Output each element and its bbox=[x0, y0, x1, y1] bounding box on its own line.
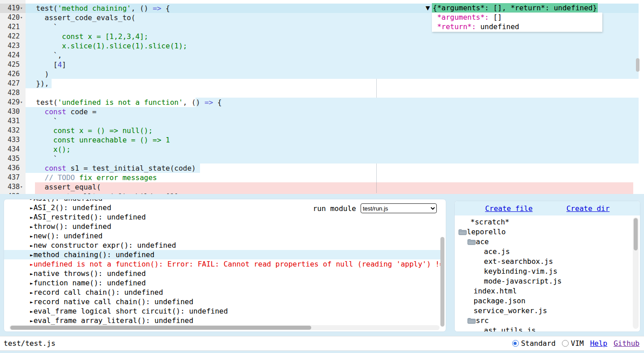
code-line[interactable]: `, bbox=[0, 51, 644, 60]
file-name: ext-searchbox.js bbox=[484, 257, 553, 266]
test-result-row[interactable]: ►method chaining(): undefined bbox=[4, 250, 440, 259]
code-line[interactable]: const x = () => null(); bbox=[0, 126, 644, 135]
test-result-row[interactable]: ►function name(): undefined bbox=[4, 278, 440, 288]
github-link[interactable]: Github bbox=[614, 339, 640, 348]
code-editor[interactable]: test('method chaining', () => { assert_c… bbox=[0, 0, 644, 194]
expand-arrow-icon[interactable]: ► bbox=[30, 215, 33, 220]
file-tree-folder[interactable]: src bbox=[455, 316, 632, 326]
eval-tooltip[interactable]: ▼ {*arguments*: [], *return*: undefined}… bbox=[426, 3, 443, 50]
test-result-row[interactable]: ►eval_frame array_literal(): undefined bbox=[4, 316, 440, 325]
test-result-row[interactable]: ►record call chain(): undefined bbox=[4, 288, 440, 297]
file-tree-file[interactable]: ext-searchbox.js bbox=[455, 257, 632, 267]
test-result-row[interactable]: ►ASI_restrited(): undefined bbox=[4, 212, 440, 222]
file-tree-file[interactable]: package.json bbox=[455, 296, 632, 306]
current-file-path: test/test.js bbox=[4, 336, 56, 350]
code-line[interactable]: ` bbox=[0, 116, 644, 126]
code-line[interactable]: test('undefined is not a function', () =… bbox=[0, 98, 644, 107]
tooltip-header[interactable]: {*arguments*: [], *return*: undefined} bbox=[432, 3, 598, 13]
code-line[interactable]: [4] bbox=[0, 60, 644, 69]
file-tree-file[interactable]: *scratch* bbox=[455, 217, 632, 227]
code-line[interactable]: const s1 = test_initial_state(code) bbox=[0, 164, 644, 173]
expand-arrow-icon[interactable]: ► bbox=[30, 309, 33, 314]
value-pane-divider bbox=[376, 79, 377, 98]
code-line[interactable]: // TODO fix error messages bbox=[0, 173, 644, 182]
test-result-row[interactable]: ►ASI(): undefined bbox=[4, 199, 440, 203]
radio-label: Standard bbox=[521, 339, 556, 348]
output-horizontal-scrollbar-thumb[interactable] bbox=[10, 326, 311, 330]
code-text: root_calltree(s1).children[1] bbox=[27, 192, 178, 194]
code-line[interactable]: ) bbox=[0, 69, 644, 79]
code-line[interactable]: x.slice(1).slice(1).slice(1); bbox=[0, 41, 644, 51]
gutter-line-number: 420▾ bbox=[0, 13, 26, 22]
output-vertical-scrollbar-thumb[interactable] bbox=[440, 237, 444, 327]
expand-arrow-icon[interactable]: ► bbox=[30, 318, 33, 324]
file-tree-scrollbar[interactable] bbox=[633, 217, 639, 329]
file-tree-file[interactable]: service_worker.js bbox=[455, 306, 632, 316]
help-link[interactable]: Help bbox=[590, 339, 608, 348]
test-result-row[interactable]: ►throw(): undefined bbox=[4, 222, 440, 231]
run-module-select[interactable]: test/run.js bbox=[361, 203, 437, 213]
file-tree-folder[interactable]: ace bbox=[455, 237, 632, 247]
test-result-label: native throws(): undefined bbox=[34, 269, 146, 278]
expand-arrow-icon[interactable]: ► bbox=[30, 252, 33, 258]
gutter-line-number: 438▾ bbox=[0, 182, 26, 192]
code-line[interactable]: }), bbox=[0, 79, 644, 88]
file-tree-file[interactable]: ace.js bbox=[455, 247, 632, 257]
run-module-control: run module test/run.js bbox=[313, 203, 437, 213]
tooltip-entry[interactable]: *arguments*: [] bbox=[433, 13, 602, 22]
test-result-label: ASI_restrited(): undefined bbox=[34, 213, 146, 221]
expand-arrow-icon[interactable]: ► bbox=[30, 290, 33, 296]
tooltip-expand-icon[interactable]: ▼ bbox=[426, 3, 430, 13]
create-dir-link[interactable]: Create dir bbox=[566, 204, 609, 213]
test-result-row[interactable]: ►record native call chain(): undefined bbox=[4, 297, 440, 306]
test-result-row[interactable]: ►new(): undefined bbox=[4, 231, 440, 241]
expand-arrow-icon[interactable]: ► bbox=[30, 262, 33, 267]
code-line[interactable]: const code = bbox=[0, 107, 644, 116]
file-tree-file[interactable]: mode-javascript.js bbox=[455, 276, 632, 286]
code-text: test('method chaining', () => { bbox=[27, 4, 170, 13]
code-line[interactable]: x(); bbox=[0, 145, 644, 154]
fold-icon[interactable]: ▾ bbox=[20, 4, 26, 13]
file-name: service_worker.js bbox=[474, 306, 547, 315]
test-result-label: record native call chain(): undefined bbox=[34, 297, 193, 306]
code-line[interactable] bbox=[0, 88, 644, 98]
expand-arrow-icon[interactable]: ► bbox=[30, 199, 33, 202]
gutter-line-number: 433 bbox=[0, 135, 26, 145]
create-file-link[interactable]: Create file bbox=[485, 204, 533, 213]
code-line[interactable]: ` bbox=[0, 154, 644, 164]
expand-arrow-icon[interactable]: ► bbox=[30, 271, 33, 277]
gutter-line-number: 421 bbox=[0, 22, 26, 32]
file-tree-file[interactable]: ast_utils.js bbox=[455, 326, 632, 332]
fold-icon[interactable]: ▾ bbox=[20, 182, 26, 192]
file-tree-scrollbar-thumb[interactable] bbox=[634, 218, 638, 250]
test-result-row[interactable]: ►new constructor expr(): undefined bbox=[4, 241, 440, 250]
keybinding-radio-vim[interactable]: VIM bbox=[562, 339, 584, 348]
code-line[interactable]: const unreachable = () => 1 bbox=[0, 135, 644, 145]
file-tree-file[interactable]: index.html bbox=[455, 286, 632, 296]
test-result-row[interactable]: ►eval_frame logical short circuit(): und… bbox=[4, 306, 440, 316]
output-horizontal-scrollbar[interactable] bbox=[9, 325, 439, 330]
fold-icon[interactable]: ▾ bbox=[20, 13, 26, 22]
test-result-label: function name(): undefined bbox=[34, 279, 146, 287]
expand-arrow-icon[interactable]: ► bbox=[30, 299, 33, 305]
gutter-line-number: 425 bbox=[0, 60, 26, 69]
radio-icon[interactable] bbox=[562, 340, 569, 347]
test-result-row[interactable]: ►undefined is not a function(): Error: F… bbox=[4, 259, 440, 269]
test-result-row[interactable]: ►native throws(): undefined bbox=[4, 269, 440, 278]
expand-arrow-icon[interactable]: ► bbox=[30, 243, 33, 249]
fold-icon[interactable]: ▾ bbox=[20, 98, 26, 107]
code-line[interactable]: const x = [1,2,3,4]; bbox=[0, 32, 644, 41]
expand-arrow-icon[interactable]: ► bbox=[30, 233, 33, 239]
keybinding-radio-standard[interactable]: Standard bbox=[512, 339, 556, 348]
code-text: // TODO fix error messages bbox=[27, 173, 157, 182]
radio-icon[interactable] bbox=[512, 340, 519, 347]
expand-arrow-icon[interactable]: ► bbox=[30, 280, 33, 286]
file-tree-folder[interactable]: leporello bbox=[455, 227, 632, 237]
code-line[interactable]: root_calltree(s1).children[1] bbox=[0, 192, 644, 194]
file-tree-file[interactable]: keybinding-vim.js bbox=[455, 267, 632, 276]
code-line[interactable]: assert_equal( bbox=[0, 182, 644, 192]
tooltip-entry[interactable]: *return*: undefined bbox=[433, 22, 602, 31]
editor-scrollbar-thumb[interactable] bbox=[636, 58, 640, 72]
expand-arrow-icon[interactable]: ► bbox=[30, 224, 33, 230]
expand-arrow-icon[interactable]: ► bbox=[30, 205, 33, 211]
